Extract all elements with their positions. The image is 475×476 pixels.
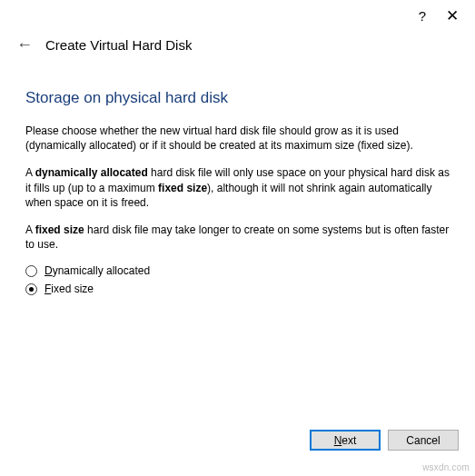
help-icon[interactable]: ? (419, 9, 426, 23)
option-fixed-size[interactable]: Fixed size (25, 283, 450, 295)
wizard-title: Create Virtual Hard Disk (45, 37, 192, 53)
section-title: Storage on physical hard disk (25, 89, 450, 107)
description-paragraph-3: A fixed size hard disk file may take lon… (25, 223, 450, 252)
option-label: Fixed size (45, 283, 94, 295)
wizard-header: ← Create Virtual Hard Disk (0, 31, 475, 64)
description-paragraph-2: A dynamically allocated hard disk file w… (25, 165, 450, 210)
close-icon[interactable]: ✕ (446, 8, 459, 24)
storage-options: Dynamically allocated Fixed size (25, 264, 450, 295)
radio-icon[interactable] (25, 265, 37, 277)
wizard-footer: Next Cancel (310, 430, 459, 451)
description-paragraph-1: Please choose whether the new virtual ha… (25, 124, 450, 153)
watermark: wsxdn.com (422, 462, 470, 472)
option-label: Dynamically allocated (45, 264, 150, 277)
wizard-content: Storage on physical hard disk Please cho… (0, 89, 475, 295)
option-dynamically-allocated[interactable]: Dynamically allocated (25, 264, 450, 277)
next-button[interactable]: Next (310, 430, 381, 451)
radio-icon[interactable] (25, 283, 37, 295)
back-arrow-icon[interactable]: ← (16, 36, 33, 53)
title-bar: ? ✕ (0, 0, 475, 31)
cancel-button[interactable]: Cancel (388, 430, 459, 451)
